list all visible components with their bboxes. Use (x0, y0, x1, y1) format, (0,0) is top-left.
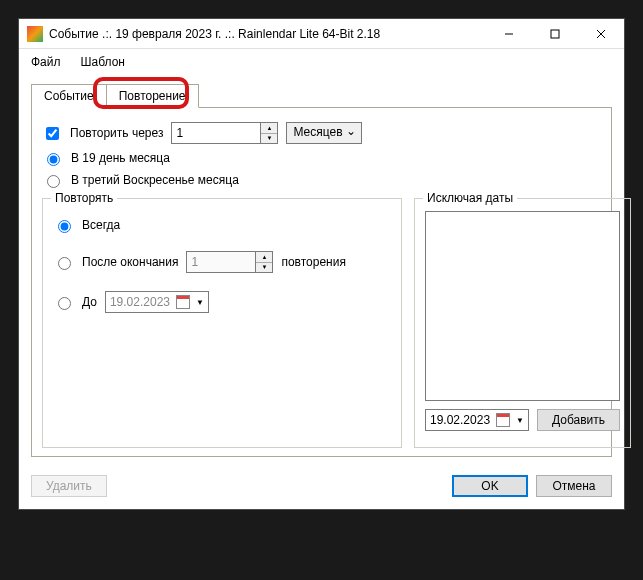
event-dialog-window: Событие .:. 19 февраля 2023 г. .:. Rainl… (18, 18, 625, 510)
calendar-icon (176, 295, 190, 309)
tab-repetition[interactable]: Повторение (106, 84, 199, 108)
repetition-panel: Повторить через ▲▼ Месяцев В 19 день мес… (31, 108, 612, 457)
tab-strip: Событие Повторение (31, 83, 612, 108)
exclude-date-picker[interactable]: 19.02.2023 ▼ (425, 409, 529, 431)
repeat-after-suffix: повторения (281, 255, 346, 269)
svg-rect-1 (551, 30, 559, 38)
cancel-button[interactable]: Отмена (536, 475, 612, 497)
exclude-date-value: 19.02.2023 (430, 413, 490, 427)
repeat-until-label: До (82, 295, 97, 309)
repeat-unit-combo[interactable]: Месяцев (286, 122, 361, 144)
menubar: Файл Шаблон (19, 49, 624, 75)
day-of-month-radio[interactable] (47, 153, 60, 166)
exclude-dates-listbox[interactable] (425, 211, 620, 401)
weekday-of-month-label: В третий Воскресенье месяца (71, 173, 239, 187)
repeat-unit-value: Месяцев (293, 125, 342, 139)
chevron-down-icon: ▼ (516, 416, 524, 425)
repeat-after-radio[interactable] (58, 257, 71, 270)
repeat-until-date: 19.02.2023 (110, 295, 170, 309)
repeat-every-label: Повторить через (70, 126, 163, 140)
dialog-footer: Удалить OK Отмена (19, 467, 624, 509)
repeat-always-label: Всегда (82, 218, 120, 232)
repeat-duration-group: Повторять Всегда После окончания ▲▼ повт… (42, 198, 402, 448)
menu-template[interactable]: Шаблон (77, 53, 129, 71)
tab-event[interactable]: Событие (31, 84, 107, 108)
day-of-month-label: В 19 день месяца (71, 151, 170, 165)
titlebar: Событие .:. 19 февраля 2023 г. .:. Rainl… (19, 19, 624, 49)
spin-down-icon[interactable]: ▼ (261, 134, 277, 144)
maximize-button[interactable] (532, 19, 578, 49)
repeat-count-spinner[interactable]: ▲▼ (186, 251, 273, 273)
repeat-after-label: После окончания (82, 255, 178, 269)
exclude-dates-legend: Исключая даты (423, 191, 517, 205)
chevron-down-icon: ▼ (196, 298, 204, 307)
repeat-every-checkbox[interactable] (46, 127, 59, 140)
minimize-button[interactable] (486, 19, 532, 49)
app-icon (27, 26, 43, 42)
repeat-count-input (186, 251, 256, 273)
calendar-icon (496, 413, 510, 427)
window-title: Событие .:. 19 февраля 2023 г. .:. Rainl… (49, 27, 486, 41)
ok-button[interactable]: OK (452, 475, 528, 497)
delete-button: Удалить (31, 475, 107, 497)
repeat-interval-input[interactable] (171, 122, 261, 144)
add-exclude-date-button[interactable]: Добавить (537, 409, 620, 431)
close-button[interactable] (578, 19, 624, 49)
spin-down-icon[interactable]: ▼ (256, 263, 272, 273)
repeat-until-datepicker[interactable]: 19.02.2023 ▼ (105, 291, 209, 313)
repeat-always-radio[interactable] (58, 220, 71, 233)
exclude-dates-group: Исключая даты 19.02.2023 ▼ Добавить (414, 198, 631, 448)
repeat-interval-spinner[interactable]: ▲▼ (171, 122, 278, 144)
repeat-until-radio[interactable] (58, 297, 71, 310)
spin-up-icon[interactable]: ▲ (261, 123, 277, 134)
spin-up-icon[interactable]: ▲ (256, 252, 272, 263)
menu-file[interactable]: Файл (27, 53, 65, 71)
repeat-duration-legend: Повторять (51, 191, 117, 205)
weekday-of-month-radio[interactable] (47, 175, 60, 188)
